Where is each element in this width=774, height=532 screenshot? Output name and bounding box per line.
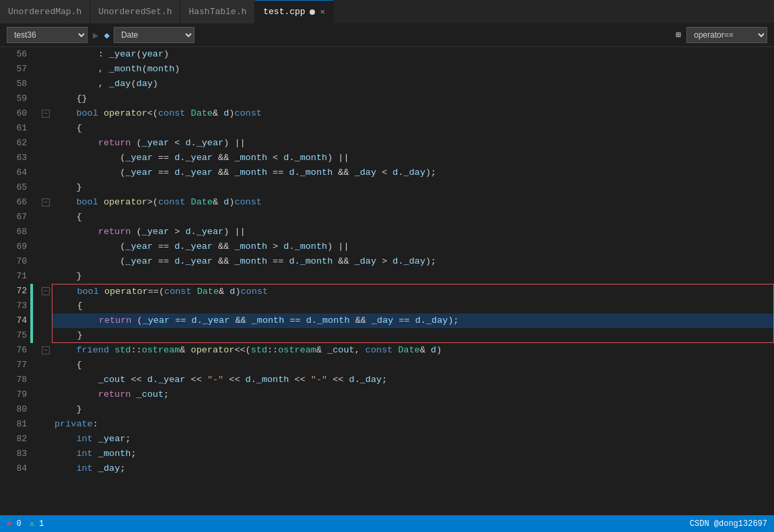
code-line-75: } — [52, 328, 774, 343]
code-line-56: : _year(year) — [52, 47, 774, 62]
line-num-74: 74 — [0, 313, 27, 328]
code-line-80: } — [52, 402, 774, 417]
error-icon: ⊗ — [7, 519, 11, 529]
line-num-78: 78 — [0, 373, 27, 387]
symbol-selector[interactable]: operator== — [687, 27, 767, 43]
line-num-64: 64 — [0, 165, 27, 180]
fold-65 — [40, 180, 52, 195]
fold-64 — [40, 165, 52, 180]
tab-modified-dot — [310, 9, 315, 15]
tab-label: HashTable.h — [188, 7, 246, 17]
fold-81 — [40, 417, 52, 432]
fold-66[interactable]: − — [40, 195, 52, 210]
gutter-66 — [30, 195, 33, 210]
fold-icon-76[interactable]: − — [42, 346, 50, 354]
line-num-72: 72 — [0, 284, 27, 299]
close-icon[interactable]: ✕ — [320, 7, 325, 17]
tab-unorderedset[interactable]: UnorderedSet.h — [90, 0, 180, 24]
code-line-73: { — [52, 299, 774, 313]
fold-76[interactable]: − — [40, 343, 52, 358]
gutter-62 — [30, 136, 33, 151]
gutter-67 — [30, 210, 33, 225]
gutter-82 — [30, 432, 33, 447]
line-num-76: 76 — [0, 343, 27, 358]
fold-icon-66[interactable]: − — [42, 198, 50, 206]
line-num-71: 71 — [0, 269, 27, 284]
code-line-83: int _month; — [52, 447, 774, 461]
fold-56 — [40, 47, 52, 62]
code-line-58: , _day(day) — [52, 77, 774, 91]
line-num-82: 82 — [0, 432, 27, 447]
gutter-81 — [30, 417, 33, 432]
gutter-80 — [30, 402, 33, 417]
fold-62 — [40, 136, 52, 151]
gutter-74 — [30, 313, 33, 328]
code-area[interactable]: : _year(year) , _month(month) , _day(day… — [52, 47, 774, 515]
fold-80 — [40, 402, 52, 417]
tab-label: UnorderedMap.h — [8, 7, 81, 17]
tab-bar: UnorderedMap.h UnorderedSet.h HashTable.… — [0, 0, 774, 24]
fold-60[interactable]: − — [40, 106, 52, 121]
tab-label: test.cpp — [263, 7, 305, 17]
csdn-watermark: CSDN @dong132697 — [690, 519, 767, 529]
line-num-65: 65 — [0, 180, 27, 195]
status-bar: ⊗ 0 ⚠ 1 CSDN @dong132697 — [0, 515, 774, 532]
symbol-selector-area: ⊞ operator== — [676, 27, 767, 43]
code-line-71: } — [52, 269, 774, 284]
code-line-62: return (_year < d._year) || — [52, 136, 774, 151]
line-num-58: 58 — [0, 77, 27, 91]
fold-72[interactable]: − — [40, 284, 52, 299]
line-num-61: 61 — [0, 121, 27, 136]
line-num-80: 80 — [0, 402, 27, 417]
code-line-84: int _day; — [52, 461, 774, 476]
symbol-icon: ⊞ — [676, 30, 681, 40]
gutter-68 — [30, 225, 33, 239]
status-left: ⊗ 0 ⚠ 1 — [7, 519, 44, 529]
fold-icon-60[interactable]: − — [42, 110, 50, 118]
code-line-65: } — [52, 180, 774, 195]
gutter-79 — [30, 387, 33, 402]
line-num-68: 68 — [0, 225, 27, 239]
fold-70 — [40, 254, 52, 269]
fold-icon-72[interactable]: − — [42, 287, 50, 295]
line-num-77: 77 — [0, 358, 27, 373]
code-line-66: bool operator>(const Date& d)const — [52, 195, 774, 210]
fold-61 — [40, 121, 52, 136]
fold-58 — [40, 77, 52, 91]
fold-column: − − − − — [40, 47, 52, 515]
code-line-78: _cout << d._year << "-" << d._month << "… — [52, 373, 774, 387]
toolbar-left: test36 ▶ ◆ Date — [7, 27, 676, 43]
code-line-70: (_year == d._year && _month == d._month … — [52, 254, 774, 269]
fold-74 — [40, 313, 52, 328]
code-line-77: { — [52, 358, 774, 373]
code-line-57: , _month(month) — [52, 62, 774, 77]
fold-69 — [40, 239, 52, 254]
editor-main: 56 57 58 59 60 61 62 63 64 65 66 67 68 6… — [0, 47, 774, 515]
tab-unorderedmap[interactable]: UnorderedMap.h — [0, 0, 90, 24]
gutter-69 — [30, 239, 33, 254]
line-num-69: 69 — [0, 239, 27, 254]
app-window: UnorderedMap.h UnorderedSet.h HashTable.… — [0, 0, 774, 532]
gutter-83 — [30, 447, 33, 461]
gutter-72 — [30, 284, 33, 299]
line-num-57: 57 — [0, 62, 27, 77]
line-num-70: 70 — [0, 254, 27, 269]
gutter-70 — [30, 254, 33, 269]
line-num-83: 83 — [0, 447, 27, 461]
file-selector[interactable]: test36 — [7, 27, 87, 43]
gutter-64 — [30, 165, 33, 180]
error-num: 0 — [16, 519, 21, 529]
code-line-64: (_year == d._year && _month == d._month … — [52, 165, 774, 180]
gutter-58 — [30, 77, 33, 91]
code-line-82: int _year; — [52, 432, 774, 447]
fold-59 — [40, 91, 52, 106]
gutter-84 — [30, 461, 33, 476]
fold-83 — [40, 447, 52, 461]
fold-78 — [40, 373, 52, 387]
tab-testcpp[interactable]: test.cpp ✕ — [255, 0, 334, 24]
scope-selector[interactable]: Date — [114, 27, 195, 43]
line-num-66: 66 — [0, 195, 27, 210]
fold-79 — [40, 387, 52, 402]
code-line-67: { — [52, 210, 774, 225]
tab-hashtable[interactable]: HashTable.h — [180, 0, 255, 24]
